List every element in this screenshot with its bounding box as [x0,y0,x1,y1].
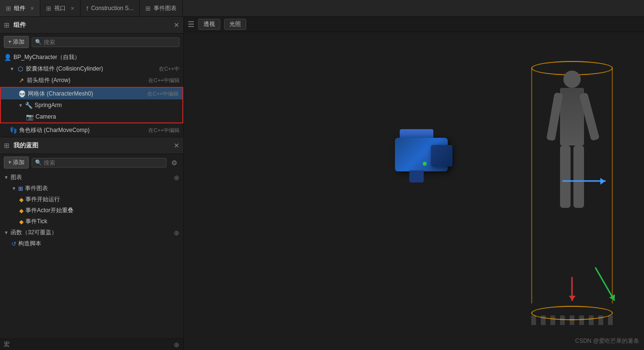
viewport-canvas[interactable]: CSDN @爱吃芒果的薯条 [184,32,644,350]
blueprint-panel-close[interactable]: ✕ [174,142,179,149]
axis-arrow-down [572,277,573,301]
blueprint-search-box[interactable]: 🔍 [32,158,167,168]
bp-section-eventgraph-title: 事件图表 [25,184,179,193]
char-right-arm [579,92,599,141]
camera-green-dot [423,162,427,166]
bp-section-eventgraph-arrow: ▼ [12,186,16,191]
tree-item-mesh[interactable]: 💀 网格体 (CharacterMesh0) 在C++中编辑 [1,88,182,99]
bp-section-functions[interactable]: ▼ 函数（32可覆盖） ⊕ [0,227,183,238]
bp-icon-beginplay: ◆ [19,196,24,203]
char-head [563,71,581,88]
bp-item-tick[interactable]: ◆ 事件Tick [0,216,183,227]
tab-components-close[interactable]: ✕ [30,6,34,11]
tree-item-capsule[interactable]: ▼ ⬡ 胶囊体组件 (CollisionCylinder) 在C++中 [0,63,183,74]
bp-label-actoroverlap: 事件Actor开始重叠 [25,206,73,215]
components-search-input[interactable] [44,39,176,46]
viewport-area: ☰ 透视 光照 [184,17,644,350]
blueprint-search-input[interactable] [44,159,163,166]
perspective-button[interactable]: 透视 [198,19,220,30]
bp-icon-tick: ◆ [19,218,24,225]
viewport-tab-icon: ⊞ [46,5,51,12]
char-left-arm [546,92,563,141]
tab-viewport[interactable]: ⊞ 视口 ✕ [40,0,81,16]
tree-item-arrow[interactable]: ↗ 箭头组件 (Arrow) 在C++中编辑 [0,74,183,86]
tree-item-charmove[interactable]: 👣 角色移动 (CharMoveComp) 在C++中编辑 [0,124,183,136]
blueprint-search-icon: 🔍 [35,159,42,166]
bp-item-actoroverlap[interactable]: ◆ 事件Actor开始重叠 [0,205,183,216]
blueprint-gear-button[interactable]: ⚙ [169,158,179,168]
components-search-box[interactable]: 🔍 [32,37,179,47]
tree-label-camera: Camera [36,113,179,120]
char-body [560,88,584,145]
bp-item-constructscript[interactable]: ↺ 构造脚本 [0,238,183,249]
lighting-button[interactable]: 光照 [224,19,246,30]
hamburger-icon[interactable]: ☰ [188,20,194,29]
bp-label-constructscript: 构造脚本 [18,240,41,248]
components-panel-header: ⊞ 组件 ✕ [0,17,183,34]
bp-section-functions-title: 函数（32可覆盖） [11,229,172,237]
char-right-leg [573,145,584,208]
char-floor [531,315,613,325]
tree-item-springarm[interactable]: ▼ 🔧 SpringArm [1,99,182,111]
components-search-icon: 🔍 [35,39,42,45]
camera-grip [409,170,424,182]
camera-lens [431,145,453,167]
bp-footer-add[interactable]: ⊕ [174,341,179,349]
blueprint-footer: 宏 ⊕ [0,338,183,350]
bp-section-functions-arrow: ▼ [4,230,9,235]
red-outline-selection: 💀 网格体 (CharacterMesh0) 在C++中编辑 ▼ 🔧 Sprin… [0,87,183,123]
tree-icon-arrow: ↗ [17,77,25,84]
bp-section-graph[interactable]: ▼ 图表 ⊕ [0,172,183,183]
bp-icon-actoroverlap: ◆ [19,207,24,214]
bp-section-graph-arrow: ▼ [4,175,9,180]
cylinder-left-edge [531,68,532,303]
bp-label-beginplay: 事件开始运行 [25,195,60,204]
tab-construction[interactable]: f Construction S... [81,0,140,16]
tree-icon-mesh: 💀 [18,90,26,97]
character-3d-object [524,56,620,335]
blueprint-add-button[interactable]: + 添加 [4,157,29,169]
blueprint-panel-icon: ⊞ [4,142,10,149]
tree-label-capsule: 胶囊体组件 (CollisionCylinder) [26,65,155,73]
tab-components-label: 组件 [14,4,25,12]
blueprint-panel-title: 我的蓝图 [13,141,170,150]
tree-label-arrow: 箭头组件 (Arrow) [27,76,144,84]
components-add-button[interactable]: + 添加 [4,36,29,48]
tree-item-camera[interactable]: 📷 Camera [1,111,182,122]
blueprint-panel: ⊞ 我的蓝图 ✕ + 添加 🔍 ⚙ ▼ 图表 ⊕ [0,137,183,350]
components-panel-close[interactable]: ✕ [174,21,179,29]
tree-label-charmove: 角色移动 (CharMoveComp) [19,126,144,134]
tree-icon-charmove: 👣 [10,127,17,134]
tab-construction-label: Construction S... [91,5,134,12]
char-silhouette [553,71,591,291]
bp-section-graph-title: 图表 [11,173,172,181]
components-panel: ⊞ 组件 ✕ + 添加 🔍 👤 BP_MyCharacter（自我） [0,17,183,137]
bp-section-functions-add[interactable]: ⊕ [174,229,179,237]
components-panel-icon: ⊞ [4,21,10,29]
tree-sublabel-charmove: 在C++中编辑 [148,127,179,134]
components-toolbar: + 添加 🔍 [0,34,183,50]
char-legs [553,145,591,208]
blueprint-panel-header: ⊞ 我的蓝图 ✕ [0,137,183,154]
axis-arrow-right [562,181,606,182]
viewport-toolbar: ☰ 透视 光照 [184,17,644,32]
tree-sublabel-mesh: 在C++中编辑 [147,90,179,97]
tab-components[interactable]: ⊞ 组件 ✕ [0,0,40,16]
bp-item-beginplay[interactable]: ◆ 事件开始运行 [0,194,183,205]
bp-section-graph-add[interactable]: ⊕ [174,174,179,181]
camera-top [400,129,433,139]
tab-viewport-close[interactable]: ✕ [71,6,74,11]
tab-viewport-label: 视口 [54,4,66,12]
tree-arrow-springarm: ▼ [18,103,23,108]
watermark: CSDN @爱吃芒果的薯条 [575,337,639,345]
tab-eventgraph[interactable]: ⊞ 事件图表 [140,0,183,16]
bp-section-eventgraph[interactable]: ▼ ⊞ 事件图表 [0,183,183,194]
eventgraph-tab-icon: ⊞ [145,5,151,12]
tree-sublabel-capsule: 在C++中 [159,65,179,72]
tree-sublabel-arrow: 在C++中编辑 [148,77,179,84]
construction-tab-icon: f [86,5,88,12]
tree-item-bp-mychar[interactable]: 👤 BP_MyCharacter（自我） [0,51,183,63]
tree-label-springarm: SpringArm [35,102,179,109]
bp-footer-macro-label: 宏 [4,340,174,349]
main-content: ⊞ 组件 ✕ + 添加 🔍 👤 BP_MyCharacter（自我） [0,17,644,350]
